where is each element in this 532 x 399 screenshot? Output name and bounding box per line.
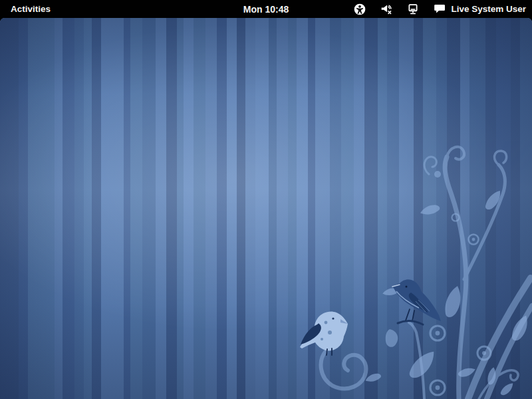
volume-muted-glyph	[380, 3, 392, 15]
gnome-desktop: Activities Mon 10:48	[0, 0, 532, 399]
desktop[interactable]	[0, 18, 532, 399]
top-panel: Activities Mon 10:48	[0, 0, 532, 18]
user-menu-button[interactable]: Live System User	[434, 0, 526, 18]
activities-button[interactable]: Activities	[7, 3, 55, 15]
user-name-label: Live System User	[451, 4, 526, 14]
accessibility-icon[interactable]	[354, 0, 366, 18]
wallpaper-shading	[0, 18, 532, 399]
accessibility-glyph	[354, 3, 366, 15]
clock-button[interactable]: Mon 10:48	[243, 0, 289, 18]
chat-bubble-icon	[434, 3, 446, 15]
status-area: Live System User	[354, 0, 532, 18]
display-glyph	[407, 3, 419, 15]
display-icon[interactable]	[407, 0, 419, 18]
volume-muted-icon[interactable]	[380, 0, 392, 18]
